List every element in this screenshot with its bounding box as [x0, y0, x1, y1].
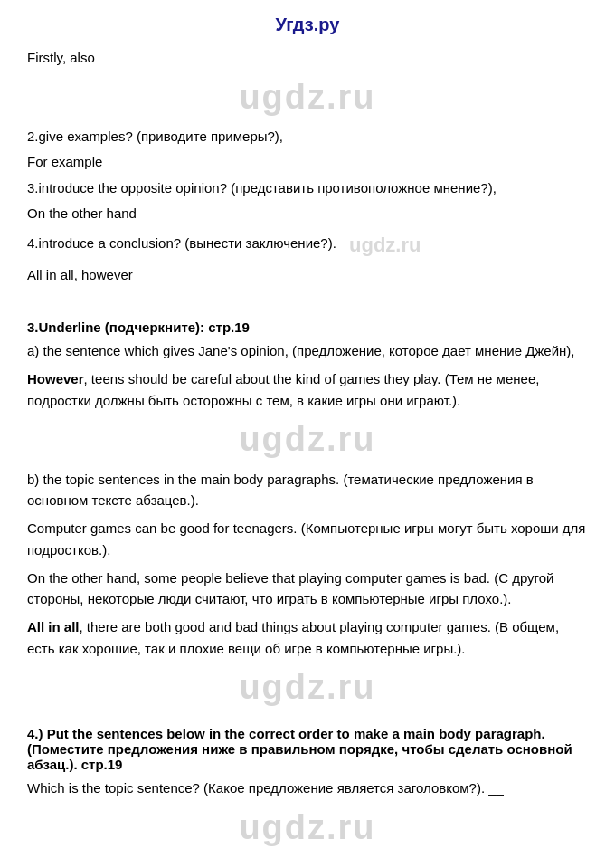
section3-b-label: b) the topic sentences in the main body … — [27, 469, 588, 511]
item4-label: 4.introduce a conclusion? (вынести заклю… — [27, 235, 336, 251]
intro-firstly: Firstly, also — [27, 48, 588, 69]
section3-b-answer3-rest: , there are both good and bad things abo… — [27, 619, 559, 655]
watermark-text-1: ugdz.ru — [239, 78, 375, 117]
item3-text: 3.introduce the opposite opinion? (предс… — [27, 178, 588, 199]
watermark-inline-2: ugdz.ru — [349, 230, 421, 260]
firstly-text: Firstly, also — [27, 50, 95, 65]
item4-text: 4.introduce a conclusion? (вынести заклю… — [27, 230, 588, 260]
section4-q1: Which is the topic sentence? (Какое пред… — [27, 777, 588, 798]
watermark-text-5: ugdz.ru — [239, 808, 375, 847]
watermark-3: ugdz.ru — [27, 418, 588, 462]
section3-title: 3.Underline (подчеркните): стр.19 — [27, 320, 588, 335]
watermark-text-4: ugdz.ru — [239, 668, 375, 707]
section3-b-answer3-bold: All in all — [27, 619, 80, 634]
watermark-text-3: ugdz.ru — [239, 420, 375, 459]
watermark-5: ugdz.ru — [27, 806, 588, 849]
section3-a-bold: However — [27, 371, 84, 386]
section3-a-answer: However, teens should be careful about t… — [27, 368, 588, 411]
watermark-4: ugdz.ru — [27, 666, 588, 710]
on-other-hand-text: On the other hand — [27, 204, 588, 224]
gap-1 — [27, 291, 588, 303]
section3-a-rest: , teens should be careful about the kind… — [27, 371, 539, 407]
section4-title: 4.) Put the sentences below in the corre… — [27, 726, 588, 772]
section3-b-answer1: Computer games can be good for teenagers… — [27, 518, 588, 560]
section3-b-answer2: On the other hand, some people believe t… — [27, 568, 588, 610]
for-example-text: For example — [27, 152, 588, 173]
watermark-1: ugdz.ru — [27, 76, 588, 119]
item2-text: 2.give examples? (приводите примеры?), — [27, 127, 588, 148]
section3-a-label: a) the sentence which gives Jane's opini… — [27, 340, 588, 361]
all-in-all-text: All in all, however — [27, 265, 588, 286]
page-title: Угдз.ру — [27, 9, 588, 35]
section3-b-answer3: All in all, there are both good and bad … — [27, 616, 588, 659]
